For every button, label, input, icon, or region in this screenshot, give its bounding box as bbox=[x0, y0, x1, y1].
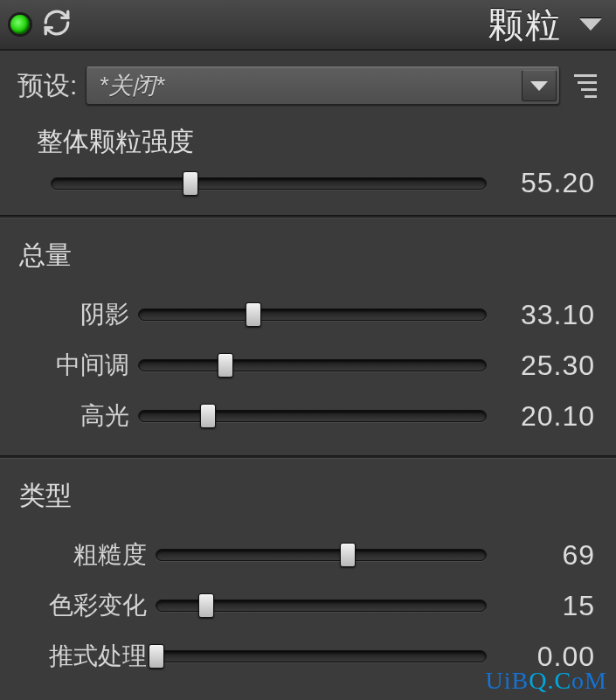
type-heading: 类型 bbox=[19, 478, 600, 514]
midtones-slider[interactable] bbox=[138, 359, 487, 371]
section-divider bbox=[0, 455, 616, 459]
highlights-row: 高光 20.10 bbox=[16, 399, 600, 433]
color-variation-slider[interactable] bbox=[156, 600, 487, 612]
highlights-slider[interactable] bbox=[138, 410, 487, 422]
panel-title: 颗粒 bbox=[488, 1, 567, 49]
color-variation-label: 色彩变化 bbox=[16, 589, 156, 622]
reset-icon[interactable] bbox=[42, 8, 72, 41]
overall-grain-label: 整体颗粒强度 bbox=[37, 124, 600, 160]
slider-thumb[interactable] bbox=[149, 644, 164, 669]
slider-thumb[interactable] bbox=[246, 302, 261, 327]
highlights-label: 高光 bbox=[16, 399, 138, 433]
color-variation-row: 色彩变化 15 bbox=[16, 589, 600, 622]
midtones-row: 中间调 25.30 bbox=[16, 349, 600, 382]
shadows-label: 阴影 bbox=[16, 298, 138, 331]
preset-row: 预设: *关闭* bbox=[16, 66, 600, 105]
slider-thumb[interactable] bbox=[198, 593, 214, 618]
amount-heading: 总量 bbox=[19, 238, 600, 274]
slider-thumb[interactable] bbox=[183, 171, 198, 196]
watermark: UiBQ.CoM bbox=[486, 667, 608, 695]
roughness-value[interactable]: 69 bbox=[487, 539, 600, 572]
overall-grain-value[interactable]: 55.20 bbox=[487, 167, 600, 199]
roughness-row: 粗糙度 69 bbox=[16, 538, 600, 572]
push-processing-label: 推式处理 bbox=[16, 640, 156, 673]
collapse-chevron-icon[interactable] bbox=[579, 18, 602, 31]
preset-label: 预设: bbox=[17, 68, 77, 104]
chevron-down-icon bbox=[522, 70, 557, 101]
color-variation-value[interactable]: 15 bbox=[487, 590, 600, 622]
preset-selected-value: *关闭* bbox=[99, 70, 164, 101]
section-divider bbox=[0, 215, 616, 218]
slider-thumb[interactable] bbox=[340, 543, 356, 567]
preset-menu-icon[interactable] bbox=[574, 74, 599, 98]
shadows-slider[interactable] bbox=[138, 308, 487, 321]
preset-dropdown[interactable]: *关闭* bbox=[86, 66, 560, 105]
overall-grain-block: 整体颗粒强度 55.20 bbox=[16, 124, 600, 199]
enabled-indicator-icon[interactable] bbox=[10, 15, 30, 34]
midtones-label: 中间调 bbox=[16, 349, 138, 382]
slider-thumb[interactable] bbox=[218, 353, 233, 378]
shadows-row: 阴影 33.10 bbox=[16, 298, 600, 331]
roughness-slider[interactable] bbox=[156, 549, 487, 561]
roughness-label: 粗糙度 bbox=[16, 538, 156, 572]
highlights-value[interactable]: 20.10 bbox=[487, 400, 600, 433]
slider-thumb[interactable] bbox=[200, 404, 216, 428]
overall-grain-slider[interactable] bbox=[51, 177, 487, 190]
shadows-value[interactable]: 33.10 bbox=[487, 299, 600, 331]
title-bar: 颗粒 bbox=[0, 0, 616, 51]
push-processing-slider[interactable] bbox=[156, 650, 487, 662]
midtones-value[interactable]: 25.30 bbox=[487, 350, 600, 382]
